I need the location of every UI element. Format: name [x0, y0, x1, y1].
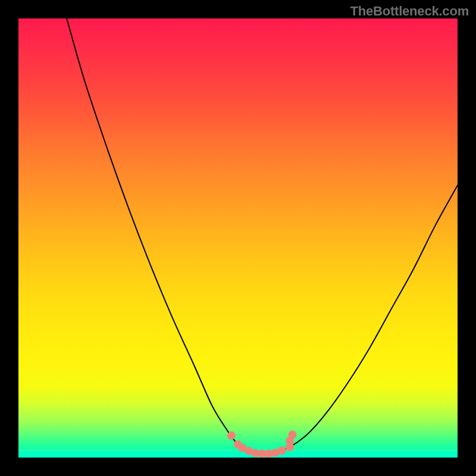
- chart-frame: TheBottleneck.com: [0, 0, 476, 476]
- curve-marker: [278, 446, 286, 455]
- attribution-label: TheBottleneck.com: [350, 4, 469, 19]
- curve-marker: [227, 431, 236, 440]
- curve-marker: [289, 431, 297, 439]
- plot-area: [18, 18, 458, 458]
- bottleneck-curve: [67, 18, 458, 454]
- curve-markers: [227, 431, 297, 458]
- chart-overlay: [18, 18, 458, 458]
